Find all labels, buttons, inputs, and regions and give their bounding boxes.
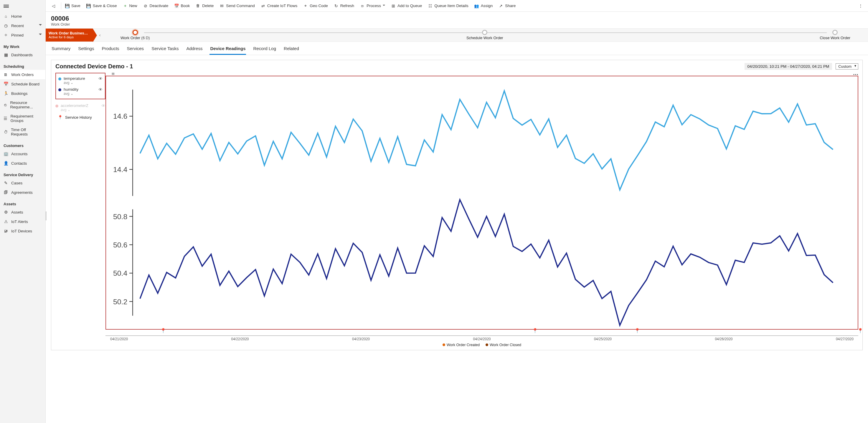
svg-text:50.4: 50.4 xyxy=(113,269,128,277)
timeoff-icon: ⏱ xyxy=(3,130,8,134)
tab-products[interactable]: Products xyxy=(101,43,120,55)
date-range[interactable]: 04/20/2020, 10:21 PM - 04/27/2020, 04:21… xyxy=(745,63,832,70)
tab-related[interactable]: Related xyxy=(283,43,300,55)
cmd-label: Share xyxy=(505,3,516,8)
tab-address[interactable]: Address xyxy=(186,43,203,55)
bpf-stage-schedule-work-order[interactable]: Schedule Work Order xyxy=(466,30,503,40)
visibility-toggle-icon[interactable]: 👁 xyxy=(98,87,102,92)
record-type: Work Order xyxy=(51,22,863,27)
pin-icon: 📍 xyxy=(58,115,63,120)
cmd-refresh[interactable]: ↻Refresh xyxy=(331,2,357,9)
layers-icon[interactable]: ≣ xyxy=(112,71,115,76)
cmd-share[interactable]: ↗Share xyxy=(496,2,519,9)
tab-summary[interactable]: Summary xyxy=(51,43,71,55)
cmd-save-close[interactable]: 💾Save & Close xyxy=(83,2,120,9)
cmd-new[interactable]: ＋New xyxy=(120,2,140,9)
bpf-stage-close-work-order[interactable]: Close Work Order xyxy=(820,30,850,40)
tab-device-readings[interactable]: Device Readings xyxy=(210,43,246,55)
refresh-icon: ↻ xyxy=(334,3,339,8)
service-marker-icon[interactable]: 📍 xyxy=(160,328,166,333)
nav-item-work-orders[interactable]: 🗎Work Orders xyxy=(0,70,45,79)
nav-label: Agreements xyxy=(11,190,33,195)
x-tick: 04/27/2020 xyxy=(836,337,854,341)
nav-item-assets[interactable]: ⚙Assets xyxy=(0,207,45,217)
cmd-save[interactable]: 💾Save xyxy=(62,2,83,9)
nav-recent[interactable]: ◷Recent xyxy=(0,21,45,30)
service-marker-icon[interactable]: 📍 xyxy=(858,328,863,333)
cmd-process[interactable]: ⎄Process xyxy=(357,2,388,9)
sidebar-resize-handle[interactable] xyxy=(45,212,46,220)
tab-service-tasks[interactable]: Service Tasks xyxy=(151,43,179,55)
bpf-stage-work-order[interactable]: Work Order (6 D) xyxy=(121,30,150,40)
bpf-bar: Work Order Business Pro... Active for 6 … xyxy=(46,28,868,42)
legend-agg[interactable]: avg ⌄ xyxy=(64,81,85,85)
caret-icon xyxy=(383,5,385,7)
range-preset-select[interactable]: Custom xyxy=(836,63,858,69)
nav-item-iot-devices[interactable]: 🖳IoT Devices xyxy=(0,226,45,236)
nav-item-requirement-groups[interactable]: ☰Requirement Groups xyxy=(0,111,45,125)
saveclose-icon: 💾 xyxy=(86,3,91,8)
cmd-deactivate[interactable]: ⊘Deactivate xyxy=(140,2,172,9)
tab-services[interactable]: Services xyxy=(126,43,145,55)
cmd-create-iot-flows[interactable]: ⇄Create IoT Flows xyxy=(258,2,301,9)
visibility-toggle-icon[interactable]: 👁 xyxy=(98,76,102,81)
legend-agg[interactable]: avg ⌄ xyxy=(64,92,79,96)
chart-footer-legend: Work Order CreatedWork Order Closed xyxy=(105,341,858,347)
cmd-geo-code[interactable]: ⌖Geo Code xyxy=(300,2,331,9)
service-history-toggle[interactable]: 📍 Service History xyxy=(55,113,105,121)
send-icon: ✉ xyxy=(219,3,224,8)
legend-agg[interactable]: avg ⌄ xyxy=(61,108,88,112)
clipboard-icon: 🗎 xyxy=(3,72,8,77)
visibility-toggle-icon[interactable]: 👁 xyxy=(101,103,105,108)
nav-item-bookings[interactable]: 🏃Bookings xyxy=(0,89,45,98)
legend-temperature[interactable]: temperatureavg ⌄👁 xyxy=(58,75,102,86)
bpf-collapse-button[interactable]: ‹ xyxy=(97,29,103,41)
hamburger-icon[interactable] xyxy=(3,4,9,8)
overflow-button[interactable]: ⋮ xyxy=(856,2,866,9)
cmd-label: Geo Code xyxy=(310,3,328,8)
assign-icon: 👥 xyxy=(474,3,479,8)
cmd-book[interactable]: 📅Book xyxy=(171,2,193,9)
back-button[interactable]: ◁ xyxy=(48,2,60,9)
nav-item-cases[interactable]: ✎Cases xyxy=(0,178,45,188)
cmd-assign[interactable]: 👥Assign xyxy=(471,2,496,9)
cmd-delete[interactable]: 🗑Delete xyxy=(193,2,217,9)
x-tick: 04/25/2020 xyxy=(594,337,612,341)
tab-record-log[interactable]: Record Log xyxy=(252,43,277,55)
chart-legend-active-box: temperatureavg ⌄👁humidityavg ⌄👁 xyxy=(55,73,105,99)
legend-humidity[interactable]: humidityavg ⌄👁 xyxy=(58,86,102,97)
nav-item-resource-requireme-[interactable]: ⎋Resource Requireme... xyxy=(0,98,45,111)
footer-legend-work-order-created: Work Order Created xyxy=(442,343,480,347)
cmd-send-command[interactable]: ✉Send Command xyxy=(217,2,258,9)
command-bar: ◁ 💾Save💾Save & Close＋New⊘Deactivate📅Book… xyxy=(46,0,868,12)
nav-item-time-off-requests[interactable]: ⏱Time Off Requests xyxy=(0,125,45,139)
nav-label: Contacts xyxy=(11,161,27,166)
case-icon: ✎ xyxy=(3,181,8,185)
x-tick: 04/26/2020 xyxy=(715,337,733,341)
cmd-queue-item-details[interactable]: ☷Queue Item Details xyxy=(425,2,471,9)
nav-item-iot-alerts[interactable]: ⚠IoT Alerts xyxy=(0,217,45,226)
cmd-add-to-queue[interactable]: ⊞Add to Queue xyxy=(388,2,425,9)
nav-item-dashboards[interactable]: ▦Dashboards xyxy=(0,50,45,60)
nav-item-accounts[interactable]: 🏢Accounts xyxy=(0,149,45,159)
nav-item-agreements[interactable]: 🗐Agreements xyxy=(0,188,45,197)
legend-dot xyxy=(58,88,61,91)
bpf-ribbon[interactable]: Work Order Business Pro... Active for 6 … xyxy=(46,29,93,41)
service-history-label: Service History xyxy=(65,115,92,120)
legend-dot xyxy=(58,77,61,80)
service-marker-icon[interactable]: 📍 xyxy=(634,328,640,333)
nav-item-schedule-board[interactable]: 📅Schedule Board xyxy=(0,79,45,89)
device-icon: 🖳 xyxy=(3,229,8,233)
calendar-icon: 📅 xyxy=(3,82,8,86)
nav-item-contacts[interactable]: 👤Contacts xyxy=(0,159,45,168)
main: ◁ 💾Save💾Save & Close＋New⊘Deactivate📅Book… xyxy=(46,0,868,423)
legend-accelerometerZ[interactable]: accelerometerZavg ⌄👁 xyxy=(55,102,105,113)
device-readings-card: Connected Device Demo - 1 04/20/2020, 10… xyxy=(51,60,863,350)
cmd-label: Deactivate xyxy=(150,3,168,8)
service-marker-icon[interactable]: 📍 xyxy=(532,328,538,333)
nav-home[interactable]: ⌂Home xyxy=(0,11,45,21)
tab-settings[interactable]: Settings xyxy=(78,43,95,55)
clock-icon: ◷ xyxy=(3,23,8,28)
nav-label: IoT Devices xyxy=(11,229,32,233)
nav-pinned[interactable]: ✧Pinned xyxy=(0,30,45,40)
